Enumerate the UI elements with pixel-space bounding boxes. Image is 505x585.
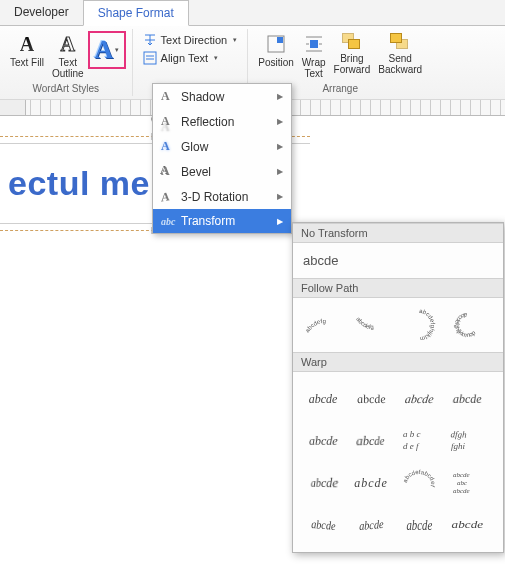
transform-path-arch-up[interactable]: abcdefg [299, 304, 347, 346]
svg-rect-4 [277, 37, 283, 43]
chevron-down-icon: ▾ [115, 46, 119, 54]
text-fill-button[interactable]: A Text Fill [6, 31, 48, 70]
rotation-icon: A [161, 188, 181, 206]
submenu-arrow-icon: ▶ [277, 142, 283, 151]
tab-developer[interactable]: Developer [0, 0, 83, 25]
menu-transform[interactable]: abc Transform ▶ [153, 209, 291, 233]
transform-path-arch-down[interactable]: abcdefg [347, 304, 395, 346]
arrange-group-label: Arrange [322, 83, 358, 94]
submenu-header-follow-path: Follow Path [293, 278, 503, 298]
submenu-arrow-icon: ▶ [277, 217, 283, 226]
transform-path-circle[interactable]: abcdefghijklm [395, 304, 443, 346]
svg-text:abc: abc [457, 479, 468, 487]
menu-bevel[interactable]: A Bevel ▶ [153, 159, 291, 184]
warp-option[interactable]: a b cd e f [395, 420, 443, 462]
glow-icon: A [161, 139, 181, 154]
group-wordart-styles: A Text Fill A Text Outline A▾ WordArt St… [0, 29, 133, 96]
text-effects-menu: A Shadow ▶ A Reflection ▶ A Glow ▶ A Bev… [152, 83, 292, 234]
warp-option[interactable]: abcdeabcabcde [443, 462, 491, 504]
transform-path-button[interactable]: abcdefghijklmnop [443, 304, 491, 346]
svg-text:abcde: abcde [453, 487, 470, 495]
submenu-arrow-icon: ▶ [277, 192, 283, 201]
bevel-icon: A [161, 164, 181, 179]
submenu-arrow-icon: ▶ [277, 167, 283, 176]
align-text-button[interactable]: Align Text ▾ [143, 51, 238, 65]
warp-option[interactable]: abcde [347, 504, 395, 546]
warp-option[interactable]: abcde [395, 504, 443, 546]
align-text-label: Align Text [161, 52, 209, 64]
reflection-icon: A [161, 114, 181, 129]
svg-text:abcdefghijklm: abcdefghijklm [419, 308, 436, 342]
text-outline-icon: A [61, 33, 75, 56]
bring-forward-icon [342, 33, 362, 51]
position-icon [265, 33, 287, 55]
wrap-text-icon [303, 33, 325, 55]
chevron-down-icon: ▾ [214, 54, 218, 62]
svg-text:abcdefg: abcdefg [355, 316, 374, 330]
submenu-arrow-icon: ▶ [277, 92, 283, 101]
send-backward-button[interactable]: Send Backward [374, 31, 426, 77]
warp-option[interactable]: abcdefabcdef [395, 462, 443, 504]
wrap-text-button[interactable]: Wrap Text [298, 31, 330, 81]
transform-icon: abc [161, 216, 181, 227]
text-outline-button[interactable]: A Text Outline [48, 31, 88, 81]
ribbon-tabs: Developer Shape Format [0, 0, 505, 26]
chevron-down-icon: ▾ [233, 36, 237, 44]
text-effects-button[interactable]: A▾ [88, 31, 126, 69]
warp-option[interactable]: abcde [347, 420, 395, 462]
menu-3d-rotation[interactable]: A 3-D Rotation ▶ [153, 184, 291, 209]
text-direction-icon [143, 33, 157, 47]
warp-option[interactable]: abcde [443, 378, 491, 420]
submenu-header-warp: Warp [293, 352, 503, 372]
warp-option[interactable]: dfghfghi [443, 420, 491, 462]
warp-option[interactable]: abcde [299, 420, 347, 462]
text-effects-icon: A [94, 35, 113, 65]
tab-shape-format[interactable]: Shape Format [83, 0, 189, 26]
warp-option[interactable]: abcde [299, 378, 347, 420]
transform-option-none[interactable]: abcde [293, 243, 503, 278]
bring-forward-button[interactable]: Bring Forward [330, 31, 375, 77]
send-backward-icon [390, 33, 410, 51]
svg-text:a b c: a b c [403, 429, 421, 439]
position-button[interactable]: Position [254, 31, 298, 70]
warp-option[interactable]: abcde [443, 504, 491, 546]
svg-rect-5 [310, 40, 318, 48]
warp-grid: abcde abcde abcde abcde abcde abcde a b … [293, 372, 503, 552]
transform-submenu: No Transform abcde Follow Path abcdefg a… [292, 222, 504, 553]
menu-shadow[interactable]: A Shadow ▶ [153, 84, 291, 109]
text-direction-button[interactable]: Text Direction ▾ [143, 33, 238, 47]
menu-glow[interactable]: A Glow ▶ [153, 134, 291, 159]
svg-text:abcde: abcde [453, 471, 470, 479]
menu-reflection[interactable]: A Reflection ▶ [153, 109, 291, 134]
svg-text:dfgh: dfgh [450, 429, 467, 440]
svg-text:abcdefghijklmnop: abcdefghijklmnop [454, 312, 477, 338]
follow-path-row: abcdefg abcdefg abcdefghijklm abcdefghij… [293, 298, 503, 352]
text-direction-label: Text Direction [161, 34, 228, 46]
warp-option[interactable]: abcde [347, 462, 395, 504]
wordart-group-label: WordArt Styles [33, 83, 100, 94]
warp-option[interactable]: abcde [347, 378, 395, 420]
submenu-header-no-transform: No Transform [293, 223, 503, 243]
submenu-arrow-icon: ▶ [277, 117, 283, 126]
text-fill-icon: A [20, 33, 34, 56]
align-text-icon [143, 51, 157, 65]
svg-rect-0 [144, 52, 156, 64]
svg-text:abcdefg: abcdefg [304, 318, 326, 334]
warp-option[interactable]: abcde [299, 462, 347, 504]
svg-text:fghi: fghi [451, 441, 466, 451]
warp-option[interactable]: abcde [395, 378, 443, 420]
shadow-icon: A [161, 89, 181, 104]
svg-text:abcdefabcdef: abcdefabcdef [402, 469, 436, 488]
svg-text:d e f: d e f [403, 441, 420, 451]
warp-option[interactable]: abcde [299, 504, 347, 546]
